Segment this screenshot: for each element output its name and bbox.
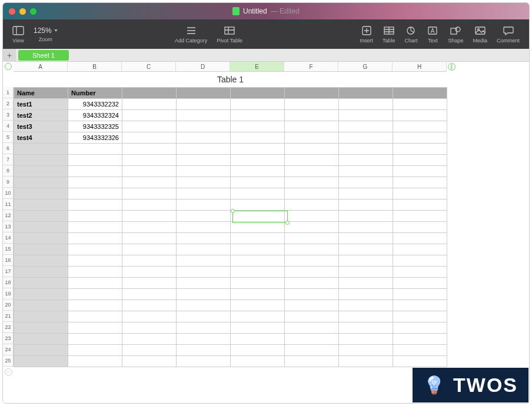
cell[interactable] [393,132,447,144]
cell[interactable] [122,322,177,334]
cell[interactable] [339,300,393,311]
shape-button[interactable]: Shape [443,25,468,44]
row-header[interactable]: 24 [3,344,14,355]
cell[interactable] [285,199,339,211]
cell[interactable] [177,211,231,222]
cell[interactable] [68,356,122,367]
cell[interactable]: test4 [14,132,68,144]
cell[interactable] [14,345,68,356]
add-column-button[interactable]: ‖ [447,62,457,72]
cell[interactable] [285,322,339,334]
cell[interactable] [68,155,122,166]
row-header[interactable]: 14 [3,232,14,244]
cell[interactable] [393,311,447,322]
cell[interactable] [122,211,177,222]
row-header[interactable]: 8 [3,165,14,177]
document-title[interactable]: Untitled — Edited [232,7,300,15]
cell[interactable] [339,199,393,211]
cell[interactable] [231,289,285,300]
cell[interactable] [177,345,231,356]
cell[interactable] [68,345,122,356]
cell[interactable] [14,244,68,255]
cell[interactable] [177,177,231,188]
cell[interactable] [231,345,285,356]
table-row[interactable] [14,233,447,244]
cell[interactable] [122,345,177,356]
cell[interactable] [393,345,447,356]
cell[interactable] [14,222,68,233]
row-header[interactable]: 4 [3,121,14,132]
cell[interactable] [122,199,177,211]
text-button[interactable]: A Text [422,25,443,44]
cell[interactable] [177,300,231,311]
cell[interactable] [393,255,447,267]
cell[interactable] [122,222,177,233]
cell[interactable] [14,199,68,211]
row-header[interactable]: 3 [3,109,14,121]
cell[interactable] [231,278,285,289]
cell[interactable] [122,177,177,188]
cell[interactable] [285,345,339,356]
cell[interactable] [393,155,447,166]
spreadsheet-table[interactable]: NameNumbertest19343332232test29343332324… [14,87,447,367]
cell[interactable] [393,334,447,345]
cell[interactable] [14,289,68,300]
cell[interactable] [285,121,339,132]
cell[interactable] [14,155,68,166]
cell[interactable] [339,267,393,278]
cell[interactable] [14,144,68,155]
column-header[interactable]: H [393,62,447,72]
cell[interactable] [231,121,285,132]
cell[interactable] [339,121,393,132]
row-header[interactable]: 18 [3,277,14,288]
cell[interactable] [177,99,231,110]
cell[interactable] [339,188,393,199]
cell[interactable] [68,322,122,334]
cell[interactable] [285,166,339,177]
table-row[interactable]: test49343332326 [14,132,447,144]
cell[interactable] [177,132,231,144]
cell[interactable] [177,289,231,300]
row-header[interactable]: 25 [3,355,14,367]
cell[interactable]: test2 [14,110,68,121]
table-row[interactable] [14,267,447,278]
cell[interactable] [14,322,68,334]
cell[interactable] [339,244,393,255]
table-row[interactable] [14,278,447,289]
cell[interactable] [339,177,393,188]
cell[interactable] [393,356,447,367]
cell[interactable] [68,289,122,300]
cell[interactable] [231,322,285,334]
row-header[interactable]: 7 [3,154,14,165]
cell[interactable] [231,300,285,311]
cell[interactable] [14,166,68,177]
row-header[interactable]: 15 [3,244,14,255]
cell[interactable] [122,311,177,322]
row-header[interactable]: 6 [3,143,14,154]
row-header[interactable]: 12 [3,210,14,221]
cell[interactable] [177,88,231,99]
maximize-icon[interactable] [30,8,36,15]
cell[interactable] [393,166,447,177]
row-header[interactable]: 11 [3,199,14,210]
row-header[interactable]: 9 [3,177,14,188]
add-row-button[interactable]: = [3,367,14,377]
pivot-table-button[interactable]: Pivot Table [212,25,247,44]
cell[interactable] [393,289,447,300]
cell[interactable] [231,267,285,278]
table-row[interactable] [14,177,447,188]
row-header[interactable]: 1 [3,87,14,98]
cell[interactable] [122,144,177,155]
cell[interactable] [14,188,68,199]
cell[interactable]: 9343332324 [68,110,122,121]
cell[interactable] [285,88,339,99]
cell[interactable] [339,278,393,289]
cell[interactable] [122,356,177,367]
row-header[interactable]: 5 [3,132,14,143]
cell[interactable] [231,177,285,188]
cell[interactable] [285,132,339,144]
cell[interactable] [231,166,285,177]
comment-button[interactable]: Comment [492,25,524,44]
cell[interactable] [285,233,339,244]
cell[interactable] [231,99,285,110]
